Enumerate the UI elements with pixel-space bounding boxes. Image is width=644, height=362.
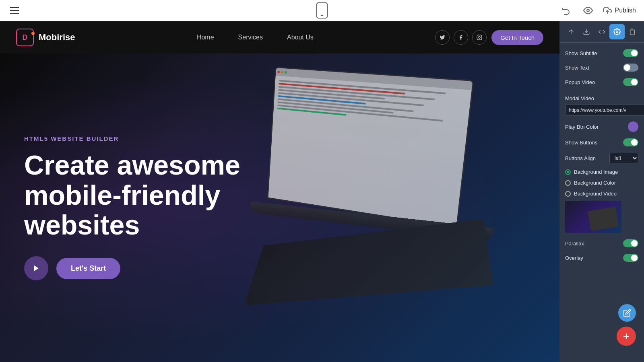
facebook-icon[interactable] [454,30,468,45]
social-links [435,30,487,45]
bg-image-label: Background Image [574,169,618,175]
eye-icon [583,6,593,15]
nav-right: Get In Touch [435,30,543,45]
hamburger-icon [10,7,19,14]
main-content: D Mobirise Home Services About Us [0,21,644,362]
code-tool-button[interactable] [594,24,609,39]
laptop-screen [267,67,474,228]
trash-tool-button[interactable] [625,24,640,39]
popup-video-toggle[interactable] [623,78,638,86]
setting-play-btn-color: Play Btn Color [559,118,644,135]
logo-icon: D [16,29,34,46]
buttons-align-select[interactable]: left center right [609,153,638,163]
hero-subtitle: HTML5 WEBSITE BUILDER [24,135,286,142]
toolbar-left [8,5,21,16]
setting-parallax: Parallax [559,236,644,251]
undo-button[interactable] [559,4,573,17]
add-icon: + [623,331,630,342]
nav-home[interactable]: Home [197,34,214,41]
show-text-label: Show Text [565,65,589,71]
setting-overlay: Overlay [559,251,644,265]
publish-icon [603,6,612,15]
instagram-icon[interactable] [472,30,487,45]
settings-icon [613,28,621,35]
show-text-toggle[interactable] [623,64,638,72]
setting-show-text: Show Text [559,60,644,75]
play-button[interactable] [24,256,48,280]
logo-text: Mobirise [39,32,75,43]
parallax-toggle[interactable] [623,239,638,247]
bg-thumbnail[interactable] [565,201,621,233]
bg-video-label: Background Video [574,191,617,197]
bg-color-label: Background Color [574,180,616,186]
hero-buttons: Let's Start [24,256,286,280]
overlay-toggle[interactable] [623,254,638,262]
sort-tool-button[interactable] [564,24,579,39]
setting-popup-video: Popup Video [559,75,644,89]
parallax-label: Parallax [565,241,584,247]
trash-icon [629,28,636,35]
setting-modal-video: Modal Video [559,89,644,104]
hero-title: Create awesome mobile-friendly websites [24,150,286,240]
panel-toolbar [559,21,644,43]
bg-image-radio[interactable] [565,169,571,175]
download-tool-button[interactable] [579,24,594,39]
website-preview: D Mobirise Home Services About Us [0,21,559,362]
pencil-icon [623,309,631,317]
get-in-touch-button[interactable]: Get In Touch [491,30,543,45]
show-buttons-label: Show Buttons [565,140,597,146]
twitter-icon[interactable] [435,30,450,45]
hero-title-line2: mobile-friendly websites [24,180,220,241]
setting-show-buttons: Show Buttons [559,135,644,150]
play-btn-color-swatch[interactable] [628,121,638,132]
publish-label: Publish [615,7,636,14]
svg-marker-4 [34,265,39,272]
play-icon [32,264,40,272]
hamburger-button[interactable] [8,5,21,16]
toolbar-center [316,2,328,19]
hero-content: HTML5 WEBSITE BUILDER Create awesome mob… [24,135,286,280]
download-icon [583,28,590,35]
add-fab-button[interactable]: + [617,327,636,346]
setting-buttons-align: Buttons Align left center right [559,150,644,167]
hero-title-line1: Create awesome [24,150,240,180]
setting-bg-image: Background Image [559,167,644,177]
settings-tool-button[interactable] [609,24,625,39]
bg-video-radio[interactable] [565,191,571,197]
undo-icon [561,6,571,15]
hero-section: HTML5 WEBSITE BUILDER Create awesome mob… [0,53,559,362]
phone-icon [316,2,328,19]
edit-fab-button[interactable] [618,304,636,322]
overlay-label: Overlay [565,255,583,261]
show-buttons-toggle[interactable] [623,138,638,146]
site-logo: D Mobirise [16,29,75,46]
svg-rect-2 [477,35,482,40]
preview-button[interactable] [581,4,595,17]
buttons-align-label: Buttons Align [565,155,596,161]
setting-bg-color: Background Color [559,177,644,188]
sort-icon [568,28,575,35]
modal-video-input[interactable] [565,105,644,116]
toolbar-right: Publish [559,4,636,17]
svg-point-0 [587,9,589,12]
popup-video-label: Popup Video [565,79,595,85]
bg-color-radio[interactable] [565,180,571,186]
nav-services[interactable]: Services [238,34,263,41]
nav-about[interactable]: About Us [287,34,314,41]
code-icon [598,28,605,35]
site-nav: Home Services About Us [197,34,314,41]
site-navbar: D Mobirise Home Services About Us [0,21,559,53]
modal-video-label: Modal Video [565,95,594,101]
lets-start-button[interactable]: Let's Start [56,258,120,279]
publish-button[interactable]: Publish [603,6,636,15]
setting-show-subtitle: Show Subtitle [559,46,644,60]
modal-video-input-wrap [559,104,644,118]
show-subtitle-toggle[interactable] [623,49,638,57]
top-toolbar: Publish [0,0,644,21]
right-panel: Show Subtitle Show Text Popup Video Moda… [559,21,644,362]
thumbnail-laptop [588,206,619,231]
show-subtitle-label: Show Subtitle [565,50,597,56]
setting-bg-video: Background Video [559,188,644,199]
play-btn-color-label: Play Btn Color [565,124,599,130]
svg-point-7 [616,31,618,33]
